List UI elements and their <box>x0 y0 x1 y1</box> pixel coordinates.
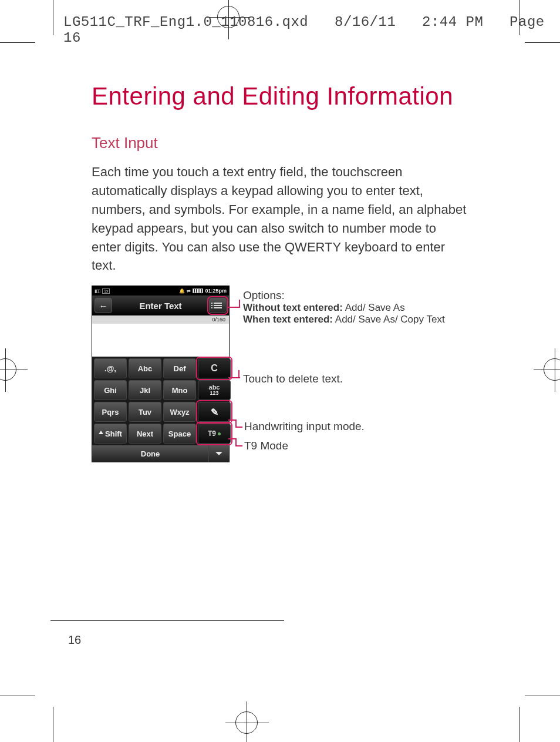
bell-icon: 🔔 <box>179 288 185 294</box>
options-menu-button[interactable] <box>209 298 227 313</box>
header-time: 2:44 PM <box>422 14 483 30</box>
nav-title: Enter Text <box>116 301 205 311</box>
key-wxyz[interactable]: Wxyz <box>163 402 196 422</box>
callout-options-title: Options: <box>243 289 445 302</box>
back-arrow-icon: ← <box>99 301 108 311</box>
leader-options <box>228 307 240 308</box>
t9-indicator-icon <box>218 432 221 435</box>
char-counter: 0/160 <box>212 317 225 323</box>
sync-icon: ⇄ <box>187 288 191 294</box>
shift-up-icon <box>99 429 105 438</box>
footer-rule <box>50 620 284 621</box>
header-date: 8/16/11 <box>335 14 396 30</box>
pen-icon <box>211 407 218 418</box>
signal-icon <box>95 288 100 294</box>
nav-bar: ← Enter Text <box>92 296 229 315</box>
key-mode-abc123[interactable]: abc 123 <box>198 380 231 400</box>
callout-t9: T9 Mode <box>244 439 288 452</box>
key-ghi[interactable]: Ghi <box>94 380 127 400</box>
keypad: .@, Abc Def C Ghi Jkl Mno abc 123 Pqrs T… <box>92 357 229 445</box>
section-title: Text Input <box>92 134 485 152</box>
key-next[interactable]: Next <box>129 424 161 444</box>
status-time: 01:25pm <box>205 288 227 294</box>
callout-options-l2-val: Add/ Save As/ Copy Text <box>333 314 445 325</box>
callout-options-l1-label: Without text entered: <box>243 302 343 313</box>
abc123-label: abc 123 <box>209 384 220 396</box>
menu-icon <box>214 303 222 308</box>
key-space[interactable]: Space <box>163 424 196 444</box>
leader-pen-h2 <box>235 427 242 428</box>
bottom-bar: Done <box>92 445 229 462</box>
leader-options-v <box>239 300 240 308</box>
back-button[interactable]: ← <box>95 298 112 313</box>
key-mno[interactable]: Mno <box>163 380 196 400</box>
page-number: 16 <box>68 633 81 647</box>
figure-wrap: 1x 🔔 ⇄ 01:25pm ← Enter Text <box>92 286 485 497</box>
header-filename: LG511C_TRF_Eng1.0_110816.qxd <box>63 14 308 30</box>
char-counter-row: 0/160 <box>92 315 229 324</box>
key-abc[interactable]: Abc <box>129 358 161 378</box>
key-pqrs[interactable]: Pqrs <box>94 402 127 422</box>
key-t9[interactable]: T9 <box>198 424 231 444</box>
doc-header: LG511C_TRF_Eng1.0_110816.qxd 8/16/11 2:4… <box>0 14 560 46</box>
body-paragraph: Each time you touch a text entry field, … <box>92 163 467 275</box>
page-title: Entering and Editing Information <box>92 82 485 110</box>
key-clear[interactable]: C <box>198 358 231 378</box>
key-def[interactable]: Def <box>163 358 196 378</box>
callout-handwriting: Handwriting input mode. <box>244 420 365 433</box>
collapse-button[interactable] <box>209 445 229 462</box>
key-tuv[interactable]: Tuv <box>129 402 161 422</box>
callout-options-l1-val: Add/ Save As <box>343 302 405 313</box>
callout-delete: Touch to delete text. <box>243 372 343 385</box>
key-symbols[interactable]: .@, <box>94 358 127 378</box>
callout-options-l2-label: When text entered: <box>243 314 333 325</box>
leader-t9-h2 <box>235 445 242 446</box>
key-handwriting[interactable] <box>198 402 231 422</box>
status-bar: 1x 🔔 ⇄ 01:25pm <box>92 286 229 296</box>
battery-icon <box>193 288 203 293</box>
leader-delete <box>228 377 240 378</box>
done-button[interactable]: Done <box>92 445 209 462</box>
key-shift[interactable]: Shift <box>94 424 127 444</box>
key-jkl[interactable]: Jkl <box>129 380 161 400</box>
text-entry-area[interactable] <box>92 324 229 357</box>
phone-mockup: 1x 🔔 ⇄ 01:25pm ← Enter Text <box>92 286 230 462</box>
network-mode: 1x <box>102 288 110 294</box>
callout-options: Options: Without text entered: Add/ Save… <box>243 289 445 325</box>
